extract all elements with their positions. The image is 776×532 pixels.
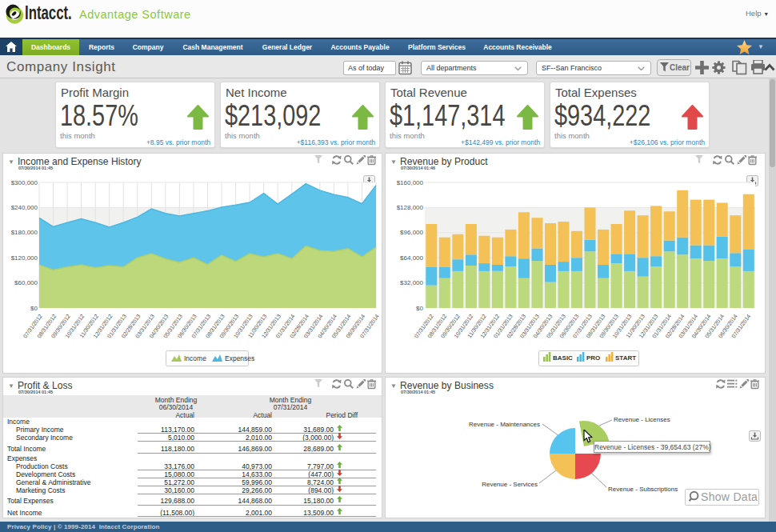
- svg-text:PRO: PRO: [586, 354, 600, 362]
- svg-text:$96,000: $96,000: [400, 229, 423, 236]
- svg-text:Revenue - Subscriptions: Revenue - Subscriptions: [608, 486, 678, 493]
- svg-text:Income: Income: [184, 354, 206, 362]
- svg-text:$0: $0: [30, 305, 38, 312]
- svg-text:$300,000: $300,000: [11, 179, 38, 186]
- svg-text:$128,000: $128,000: [397, 204, 424, 211]
- svg-text:$60,000: $60,000: [14, 279, 38, 286]
- svg-text:BASIC: BASIC: [553, 354, 573, 362]
- svg-text:$160,000: $160,000: [397, 179, 424, 186]
- svg-text:Revenue - Licenses: Revenue - Licenses: [614, 416, 670, 423]
- svg-text:$32,000: $32,000: [400, 279, 423, 286]
- svg-text:Expenses: Expenses: [225, 354, 254, 362]
- svg-text:Revenue - Maintenances: Revenue - Maintenances: [469, 421, 540, 428]
- svg-text:$180,000: $180,000: [11, 229, 38, 236]
- svg-text:$240,000: $240,000: [11, 204, 38, 211]
- svg-text:START: START: [615, 354, 636, 362]
- svg-text:$64,000: $64,000: [400, 254, 423, 262]
- svg-text:$120,000: $120,000: [11, 254, 38, 262]
- svg-text:$0: $0: [416, 305, 423, 312]
- svg-text:Revenue - Services: Revenue - Services: [482, 481, 538, 488]
